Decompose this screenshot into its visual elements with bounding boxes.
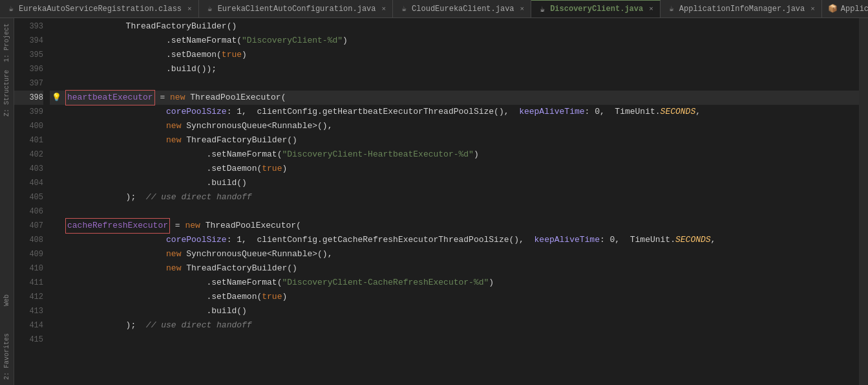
tab-app-info-manager[interactable]: 📦 ApplicationInfoManager × (822, 0, 868, 18)
var-cache-refresh-box: cacheRefreshExecutor (65, 218, 170, 234)
close-icon[interactable]: × (520, 5, 525, 13)
scrollbar[interactable] (859, 18, 868, 385)
gutter-line (50, 247, 63, 261)
close-icon[interactable]: × (649, 5, 653, 13)
line-num: 413 (14, 304, 43, 318)
code-token: ) (343, 34, 348, 48)
code-token (65, 119, 166, 133)
java-icon: ☕ (538, 5, 547, 14)
gutter-line (50, 34, 63, 48)
code-token: // use direct handoff (146, 190, 252, 204)
code-token: "DiscoveryClient-CacheRefreshExecutor-%d… (282, 276, 489, 290)
code-token: ThreadFactoryBuilder() (65, 19, 237, 34)
code-token: ) (282, 162, 287, 176)
gutter-line (50, 133, 63, 148)
gutter-line (50, 290, 63, 304)
code-token: new (166, 133, 181, 148)
sidebar-favorites-label[interactable]: 2: Favorites (3, 333, 10, 380)
tab-bar: ☕ EurekaAutoServiceRegistration.class × … (0, 0, 868, 18)
close-icon[interactable]: × (810, 5, 815, 13)
code-token: ) (242, 48, 247, 62)
tab-cloud-eureka[interactable]: ☕ CloudEurekaClient.java × (393, 0, 531, 18)
code-token: SynchronousQueue<Runnable>(), (181, 247, 332, 261)
code-token: ThreadPoolExecutor( (185, 91, 286, 105)
code-token: ThreadFactoryBuilder() (181, 133, 297, 148)
gutter-line (50, 219, 63, 233)
sidebar-structure-label[interactable]: Z: Structure (3, 70, 10, 116)
code-token: true (222, 48, 242, 62)
code-token: cacheRefreshExecutor (67, 221, 168, 230)
main-layout: 1: Project Z: Structure Web 2: Favorites… (0, 18, 868, 385)
code-token: .build() (65, 304, 247, 318)
code-token: ) (489, 276, 494, 290)
code-token: , (711, 233, 716, 247)
gutter-line (50, 204, 63, 219)
gutter-line (50, 233, 63, 247)
code-token: ) (474, 148, 479, 162)
code-token: .setNameFormat( (65, 148, 282, 162)
code-token: keepAliveTime (535, 233, 600, 247)
line-num: 397 (14, 76, 43, 91)
code-token: ); (65, 190, 146, 204)
tab-app-info-manager-java[interactable]: ☕ ApplicationInfoManager.java × (661, 0, 822, 18)
line-num: 415 (14, 333, 43, 347)
line-num: 407 (14, 219, 43, 233)
gutter-line (50, 304, 63, 318)
code-token: .setDaemon( (65, 290, 262, 304)
code-token: : 0, TimeUnit. (600, 233, 675, 247)
bulb-icon[interactable]: 💡 (52, 91, 61, 105)
code-token: SECONDS (675, 233, 711, 247)
gutter-line (50, 48, 63, 62)
code-token: "DiscoveryClient-%d" (242, 34, 343, 48)
code-line-411: .setNameFormat("DiscoveryClient-CacheRef… (63, 276, 859, 290)
code-line-409: new SynchronousQueue<Runnable>(), (63, 247, 859, 261)
java-icon: ☕ (667, 5, 676, 14)
bulb-gutter-line: 💡 (50, 91, 63, 105)
tab-eureka-auto[interactable]: ☕ EurekaAutoServiceRegistration.class × (0, 0, 199, 18)
code-token: ); (65, 318, 146, 333)
line-num: 402 (14, 148, 43, 162)
tab-label: EurekaAutoServiceRegistration.class (19, 5, 182, 14)
code-line-396: .build()); (63, 62, 859, 76)
code-line-413: .build() (63, 304, 859, 318)
code-line-412: .setDaemon(true) (63, 290, 859, 304)
line-num: 414 (14, 318, 43, 333)
tab-label: ApplicationInfoManager.java (679, 5, 805, 14)
code-token: true (262, 162, 282, 176)
code-token: .setNameFormat( (65, 34, 242, 48)
sidebar-project-label[interactable]: 1: Project (3, 23, 10, 62)
close-icon[interactable]: × (187, 5, 192, 13)
code-line-401: new ThreadFactoryBuilder() (63, 133, 859, 148)
code-line-400: new SynchronousQueue<Runnable>(), (63, 119, 859, 133)
code-line-407: cacheRefreshExecutor = new ThreadPoolExe… (63, 219, 859, 233)
line-num: 405 (14, 190, 43, 204)
left-sidebar: 1: Project Z: Structure Web 2: Favorites (0, 18, 14, 385)
code-token: : 1, clientConfig.getHeartbeatExecutorTh… (227, 105, 519, 119)
code-token: // use direct handoff (146, 318, 252, 333)
gutter: 💡 (50, 18, 63, 385)
code-line-408: corePoolSize: 1, clientConfig.getCacheRe… (63, 233, 859, 247)
code-line-410: new ThreadFactoryBuilder() (63, 261, 859, 276)
gutter-line (50, 333, 63, 347)
gutter-line (50, 162, 63, 176)
sidebar-web-label[interactable]: Web (3, 294, 10, 306)
code-token: .build()); (65, 62, 217, 76)
code-token: new (166, 261, 181, 276)
line-num: 410 (14, 261, 43, 276)
code-line-405: ); // use direct handoff (63, 190, 859, 204)
line-num: 395 (14, 48, 43, 62)
tab-label: DiscoveryClient.java (550, 5, 643, 14)
code-line-395: .setDaemon(true) (63, 48, 859, 62)
tab-eureka-client-auto[interactable]: ☕ EurekaClientAutoConfiguration.java × (199, 0, 393, 18)
tab-discovery-client[interactable]: ☕ DiscoveryClient.java × (531, 0, 661, 18)
gutter-line (50, 148, 63, 162)
code-token: .build() (65, 176, 247, 190)
code-token: true (262, 290, 282, 304)
line-num: 408 (14, 233, 43, 247)
close-icon[interactable]: × (382, 5, 386, 13)
java-icon: ☕ (399, 5, 408, 14)
code-token: keepAliveTime (519, 105, 584, 119)
code-token: new (166, 247, 181, 261)
line-num: 399 (14, 105, 43, 119)
code-token: corePoolSize (65, 233, 227, 247)
